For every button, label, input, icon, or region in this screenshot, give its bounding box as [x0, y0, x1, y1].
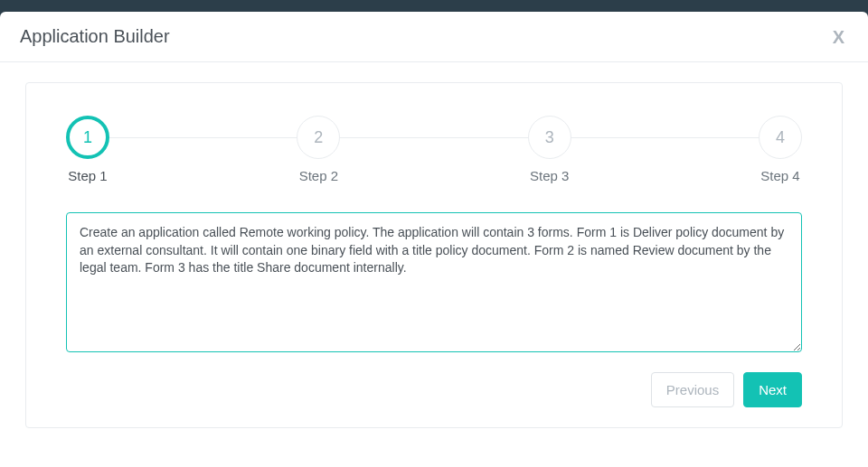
step-3[interactable]: 3 Step 3 — [528, 116, 571, 183]
modal-title: Application Builder — [20, 26, 170, 47]
close-icon[interactable]: X — [829, 28, 848, 46]
next-button[interactable]: Next — [743, 372, 802, 407]
step-2[interactable]: 2 Step 2 — [297, 116, 340, 183]
step-circle-3: 3 — [528, 116, 571, 159]
application-builder-modal: Application Builder X 1 Step 1 2 Step 2 … — [0, 12, 868, 467]
previous-button[interactable]: Previous — [651, 372, 734, 407]
step-label-1: Step 1 — [68, 168, 107, 183]
step-circle-1: 1 — [66, 116, 109, 159]
step-circle-4: 4 — [759, 116, 802, 159]
step-1[interactable]: 1 Step 1 — [66, 116, 109, 183]
step-connector — [109, 137, 297, 138]
step-connector — [340, 137, 527, 138]
description-field-wrap — [66, 212, 802, 356]
step-circle-2: 2 — [297, 116, 340, 159]
step-label-4: Step 4 — [760, 168, 799, 183]
step-label-3: Step 3 — [530, 168, 569, 183]
step-4[interactable]: 4 Step 4 — [759, 116, 802, 183]
modal-body: 1 Step 1 2 Step 2 3 Step 3 4 Step 4 — [0, 62, 868, 448]
step-label-2: Step 2 — [299, 168, 338, 183]
step-connector — [571, 137, 759, 138]
wizard-card: 1 Step 1 2 Step 2 3 Step 3 4 Step 4 — [25, 82, 843, 428]
wizard-footer: Previous Next — [66, 372, 802, 407]
description-textarea[interactable] — [66, 212, 802, 352]
modal-header: Application Builder X — [0, 12, 868, 62]
stepper: 1 Step 1 2 Step 2 3 Step 3 4 Step 4 — [66, 116, 802, 183]
